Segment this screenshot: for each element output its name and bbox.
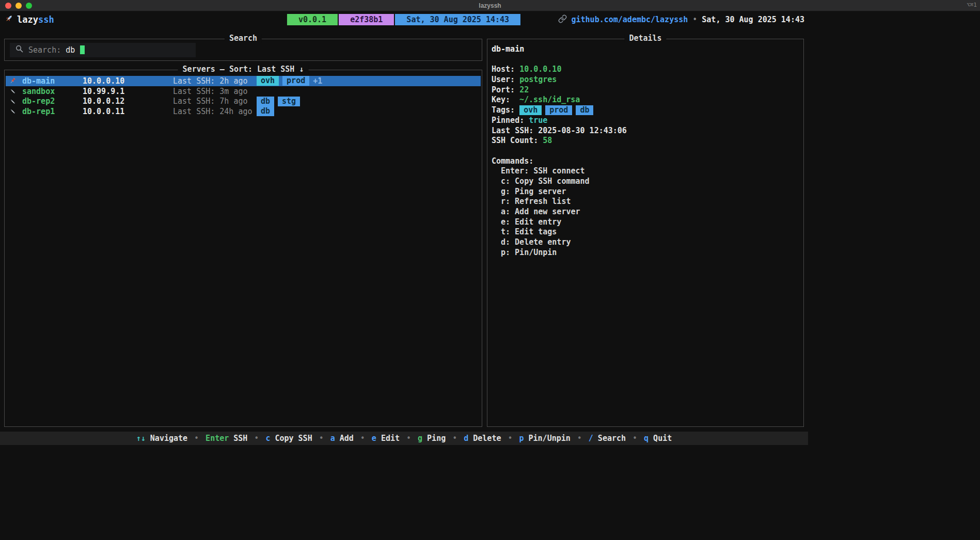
server-tags: db (257, 106, 274, 116)
header-datetime: Sat, 30 Aug 2025 14:43 (702, 15, 804, 24)
details-body: db-mainHost:10.0.0.10User:postgresPort:2… (487, 39, 803, 258)
server-last-ssh: Last SSH: 7h ago (173, 97, 257, 106)
footer-label: Quit (653, 434, 672, 443)
app-header: lazyssh v0.0.1 e2f38b1 Sat, 30 Aug 2025 … (0, 11, 808, 28)
footer-key: ↑↓ (136, 434, 146, 443)
field-value: true (529, 116, 547, 126)
header-separator: • (692, 15, 697, 24)
field-value: 58 (543, 136, 552, 146)
minimize-window-button[interactable] (15, 3, 22, 9)
footer-separator: • (254, 434, 259, 443)
footer-key: Enter (206, 434, 229, 443)
search-value: db (66, 45, 75, 55)
server-last-ssh: Last SSH: 3m ago (173, 87, 257, 96)
pin-icon (9, 77, 22, 85)
field-label: User: (492, 75, 515, 85)
search-panel-title: Search (225, 34, 262, 43)
details-field: Pinned:true (492, 116, 799, 126)
footer-key: p (519, 434, 524, 443)
app-name-accent: ssh (38, 14, 54, 25)
details-field: Port:22 (492, 85, 799, 96)
server-last-ssh: Last SSH: 2h ago (173, 76, 257, 86)
servers-panel: Servers — Sort: Last SSH ↓ db-main 10.0.… (4, 70, 482, 427)
tag-badge: db (576, 105, 593, 115)
footer-separator: • (577, 434, 582, 443)
footer-separator: • (360, 434, 365, 443)
footer-action-quit[interactable]: qQuit (644, 434, 672, 443)
command-hint: g: Ping server (492, 187, 799, 197)
rocket-icon (4, 14, 13, 25)
footer-label: Ping (427, 434, 446, 443)
footer-action-ping[interactable]: gPing (418, 434, 446, 443)
magnifier-icon (15, 44, 24, 55)
footer-action-edit[interactable]: eEdit (372, 434, 400, 443)
footer-label: Copy SSH (275, 434, 312, 443)
footer-separator: • (319, 434, 324, 443)
field-value: postgres (519, 75, 557, 85)
footer-action-pin-unpin[interactable]: pPin/Unpin (519, 434, 570, 443)
tag-badge: ovh (257, 76, 279, 86)
tag-badge: prod (545, 105, 572, 115)
pencil-icon (9, 87, 22, 95)
footer-action-search[interactable]: /Search (589, 434, 626, 443)
field-label: Pinned: (492, 116, 524, 126)
server-row[interactable]: db-rep2 10.0.0.12 Last SSH: 7h ago dbstg (6, 96, 481, 106)
link-icon (558, 14, 567, 25)
footer-action-copy-ssh[interactable]: cCopy SSH (265, 434, 312, 443)
footer-action-delete[interactable]: dDelete (464, 434, 501, 443)
commands-title: Commands: (492, 156, 799, 167)
footer-action-ssh[interactable]: EnterSSH (206, 434, 247, 443)
details-server-name: db-main (492, 44, 799, 55)
details-tag-list: ovhproddb (519, 105, 593, 115)
server-row[interactable]: sandbox 10.99.9.1 Last SSH: 3m ago (6, 86, 481, 97)
text-cursor (80, 45, 85, 54)
server-ip: 10.0.0.12 (83, 97, 173, 106)
footer-separator: • (406, 434, 411, 443)
header-badges: v0.0.1 e2f38b1 Sat, 30 Aug 2025 14:43 (287, 14, 520, 25)
details-field: SSH Count:58 (492, 136, 799, 146)
server-row[interactable]: db-main 10.0.0.10 Last SSH: 2h ago ovhpr… (6, 76, 481, 86)
date-badge: Sat, 30 Aug 2025 14:43 (395, 14, 520, 25)
zoom-window-button[interactable] (26, 3, 32, 9)
window-titlebar[interactable]: lazyssh ⌥⌘1 (0, 0, 980, 11)
command-hint: Enter: SSH connect (492, 166, 799, 177)
field-value: ~/.ssh/id_rsa (519, 95, 580, 105)
tag-badge: ovh (519, 105, 542, 115)
pencil-icon (9, 98, 22, 105)
command-hint: t: Edit tags (492, 227, 799, 237)
server-tags: dbstg (257, 97, 300, 106)
command-hint: p: Pin/Unpin (492, 248, 799, 258)
tag-badge: stg (278, 97, 300, 106)
server-name: db-rep2 (22, 97, 83, 106)
repo-link[interactable]: github.com/adembc/lazyssh (572, 15, 688, 24)
footer-action-add[interactable]: aAdd (330, 434, 354, 443)
footer-action-navigate[interactable]: ↑↓Navigate (136, 434, 187, 443)
command-hint: c: Copy SSH command (492, 177, 799, 187)
servers-panel-title: Servers — Sort: Last SSH ↓ (178, 65, 309, 74)
field-value: 2025-08-30 12:43:06 (538, 126, 627, 136)
footer-label: Add (340, 434, 354, 443)
close-window-button[interactable] (5, 3, 11, 9)
footer-key: q (644, 434, 649, 443)
footer-label: Delete (473, 434, 501, 443)
server-ip: 10.0.0.11 (83, 107, 173, 116)
details-panel-title: Details (624, 34, 666, 43)
server-ip: 10.99.9.1 (83, 87, 173, 96)
details-tags: Tags:ovhproddb (492, 105, 799, 116)
footer-separator: • (194, 434, 199, 443)
field-label: Key: (492, 95, 515, 105)
command-hint: a: Add new server (492, 207, 799, 217)
footer-label: Edit (381, 434, 400, 443)
field-value: 22 (519, 85, 529, 96)
footer-separator: • (508, 434, 512, 443)
server-row[interactable]: db-rep1 10.0.0.11 Last SSH: 24h ago db (6, 106, 481, 117)
server-tags: ovhprod+1 (257, 76, 322, 86)
search-input[interactable]: Search: db (10, 43, 196, 57)
command-hint: e: Edit entry (492, 217, 799, 228)
tag-badge: db (257, 106, 274, 116)
details-field: Host:10.0.0.10 (492, 65, 799, 75)
footer-label: SSH (233, 434, 247, 443)
search-label: Search: (28, 45, 61, 55)
field-label: Last SSH: (492, 126, 533, 136)
server-last-ssh: Last SSH: 24h ago (173, 107, 257, 116)
